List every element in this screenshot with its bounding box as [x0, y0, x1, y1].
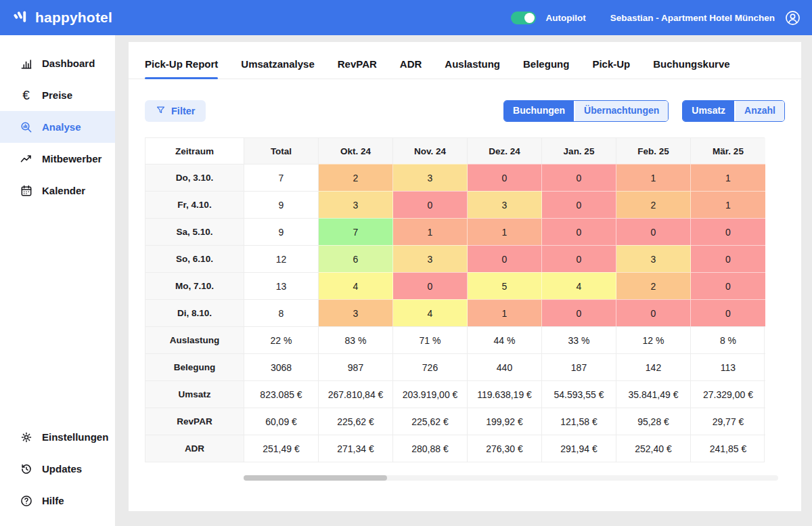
summary-cell: 33 % [542, 326, 616, 353]
row-label: Umsatz [145, 380, 244, 408]
row-label: Sa, 5.10. [145, 218, 244, 245]
tab-bar: Pick-Up ReportUmsatzanalyseRevPARADRAusl… [129, 42, 801, 79]
heat-cell: 3 [319, 191, 393, 218]
toggle-knob [524, 13, 535, 23]
heat-cell: 2 [616, 191, 691, 218]
bar-chart-icon [19, 56, 33, 70]
sidebar-item-einstellungen[interactable]: Einstellungen [0, 421, 115, 453]
heat-cell: 0 [616, 299, 691, 326]
column-header-feb-25: Feb. 25 [616, 138, 691, 164]
search-chart-icon [19, 120, 33, 134]
summary-cell: 291,94 € [542, 435, 616, 462]
heat-cell: 0 [468, 245, 542, 272]
sidebar-item-updates[interactable]: Updates [0, 453, 115, 485]
sidebar-item-label: Analyse [42, 121, 81, 133]
sidebar-item-mitbewerber[interactable]: Mitbewerber [0, 143, 115, 175]
total-cell: 9 [244, 218, 319, 245]
toggle-option-buchungen[interactable]: Buchungen [504, 101, 574, 121]
horizontal-scrollbar-thumb[interactable] [244, 475, 387, 481]
total-cell: 8 [244, 299, 319, 326]
sidebar-footer: EinstellungenUpdatesHilfe [0, 421, 115, 526]
sidebar-item-label: Hilfe [42, 495, 64, 506]
total-cell: 12 [244, 245, 319, 272]
horizontal-scrollbar-track[interactable] [244, 475, 778, 481]
funnel-icon [156, 105, 166, 117]
column-header-total: Total [244, 138, 319, 164]
tab-umsatzanalyse[interactable]: Umsatzanalyse [241, 58, 314, 79]
heat-cell: 0 [691, 218, 765, 245]
summary-cell: 440 [468, 353, 542, 380]
summary-cell: 95,28 € [616, 408, 691, 435]
summary-cell: 199,92 € [468, 408, 542, 435]
main-content: Pick-Up ReportUmsatzanalyseRevPARADRAusl… [129, 42, 801, 511]
summary-cell: 83 % [319, 326, 393, 353]
toggle-group-2: UmsatzAnzahl [682, 100, 785, 122]
heat-cell: 1 [616, 164, 691, 191]
sidebar-item-hilfe[interactable]: Hilfe [0, 485, 115, 517]
autopilot-toggle[interactable] [511, 12, 536, 24]
heat-cell: 0 [542, 164, 616, 191]
heat-cell: 0 [616, 218, 691, 245]
summary-cell: 44 % [468, 326, 542, 353]
summary-cell: 987 [319, 353, 393, 380]
column-header-dez-24: Dez. 24 [468, 138, 542, 164]
heat-cell: 7 [319, 218, 393, 245]
sidebar: Dashboard€PreiseAnalyseMitbewerberKalend… [0, 35, 115, 526]
sidebar-item-label: Einstellungen [42, 431, 108, 443]
heat-cell: 0 [393, 191, 468, 218]
heat-cell: 0 [691, 245, 765, 272]
summary-cell: 22 % [244, 326, 319, 353]
user-menu-label[interactable]: Sebastian - Apartment Hotel München [610, 13, 775, 23]
column-header-nov-24: Nov. 24 [393, 138, 468, 164]
summary-cell: 71 % [393, 326, 468, 353]
summary-cell: 726 [393, 353, 468, 380]
help-icon [19, 494, 33, 508]
filter-label: Filter [171, 106, 195, 116]
sidebar-item-dashboard[interactable]: Dashboard [0, 47, 115, 79]
toggle-option-anzahl[interactable]: Anzahl [734, 101, 784, 121]
summary-cell: 823.085 € [244, 380, 319, 408]
tab-buchungskurve[interactable]: Buchungskurve [653, 58, 729, 79]
heat-cell: 6 [319, 245, 393, 272]
summary-cell: 251,49 € [244, 435, 319, 462]
heat-cell: 3 [393, 245, 468, 272]
user-avatar-icon[interactable] [784, 9, 801, 26]
toggle-option-umsatz[interactable]: Umsatz [683, 101, 734, 121]
sidebar-item-kalender[interactable]: Kalender [0, 175, 115, 206]
heat-cell: 4 [393, 299, 468, 326]
tab-pick-up-report[interactable]: Pick-Up Report [145, 58, 218, 79]
tab-belegung[interactable]: Belegung [523, 58, 569, 79]
toggle-groups: BuchungenÜbernachtungenUmsatzAnzahl [503, 100, 785, 122]
total-cell: 9 [244, 191, 319, 218]
summary-cell: 241,85 € [691, 435, 765, 462]
tab-adr[interactable]: ADR [400, 58, 422, 79]
heat-cell: 3 [393, 164, 468, 191]
toolbar: Filter BuchungenÜbernachtungenUmsatzAnza… [129, 100, 801, 122]
row-label: Do, 3.10. [145, 164, 244, 191]
pickup-table: ZeitraumTotalOkt. 24Nov. 24Dez. 24Jan. 2… [145, 137, 765, 462]
summary-cell: 225,62 € [393, 408, 468, 435]
sidebar-item-preise[interactable]: €Preise [0, 79, 115, 111]
brand: happyhotel [11, 9, 112, 27]
trend-icon [19, 152, 33, 166]
heat-cell: 0 [691, 299, 765, 326]
summary-cell: 187 [542, 353, 616, 380]
heat-cell: 3 [319, 299, 393, 326]
summary-cell: 8 % [691, 326, 765, 353]
heat-cell: 4 [542, 272, 616, 299]
tab-pick-up[interactable]: Pick-Up [592, 58, 630, 79]
sidebar-item-analyse[interactable]: Analyse [0, 111, 115, 143]
sidebar-nav: Dashboard€PreiseAnalyseMitbewerberKalend… [0, 47, 115, 421]
toggle-option-übernachtungen[interactable]: Übernachtungen [574, 101, 668, 121]
row-label: Belegung [145, 353, 244, 380]
tab-revpar[interactable]: RevPAR [338, 58, 377, 79]
heat-cell: 1 [468, 299, 542, 326]
tab-auslastung[interactable]: Auslastung [445, 58, 500, 79]
heat-cell: 0 [393, 272, 468, 299]
sidebar-item-label: Kalender [42, 185, 85, 196]
row-label: So, 6.10. [145, 245, 244, 272]
heat-cell: 2 [616, 272, 691, 299]
filter-button[interactable]: Filter [145, 100, 206, 122]
heat-cell: 0 [542, 218, 616, 245]
heat-cell: 5 [468, 272, 542, 299]
